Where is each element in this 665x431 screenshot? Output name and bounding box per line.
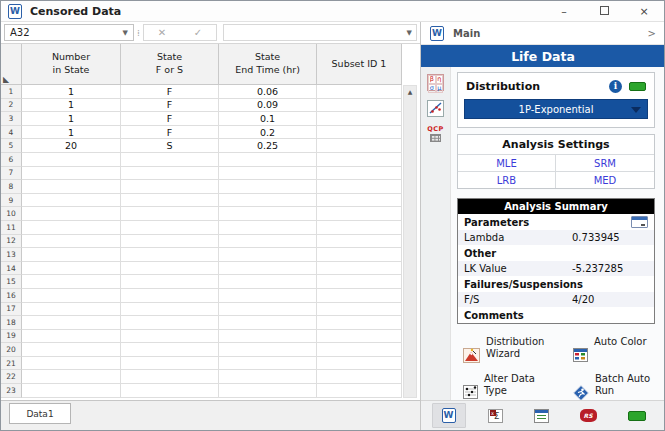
grid-cell[interactable] [22, 194, 121, 208]
grid-cell[interactable] [317, 262, 402, 276]
grid-cell[interactable] [22, 248, 121, 262]
grid-cell[interactable] [121, 316, 219, 330]
grid-cell[interactable] [121, 207, 219, 221]
grid-cell[interactable] [121, 370, 219, 384]
plot-icon[interactable] [427, 100, 444, 117]
grid-cell[interactable] [317, 153, 402, 167]
grid-cell[interactable]: F [121, 126, 219, 140]
row-header[interactable]: 18 [1, 316, 22, 330]
grid-cell[interactable] [121, 248, 219, 262]
row-header[interactable]: 19 [1, 330, 22, 344]
grid-cell[interactable] [121, 289, 219, 303]
cancel-entry-icon[interactable]: ✕ [158, 27, 166, 38]
grid-cell[interactable] [219, 303, 317, 317]
setting-med-link[interactable]: MED [556, 171, 654, 188]
grid-cell[interactable] [22, 180, 121, 194]
grid-cell[interactable] [219, 384, 317, 398]
grid-cell[interactable]: 0.09 [219, 99, 317, 113]
tab-reliasoft[interactable]: RS [571, 405, 606, 426]
grid-cell[interactable] [22, 153, 121, 167]
grid-cell[interactable] [219, 275, 317, 289]
row-header[interactable]: 23 [1, 384, 22, 398]
grid-cell[interactable] [219, 235, 317, 249]
sheet-tab-data1[interactable]: Data1 [9, 403, 71, 424]
grid-cell[interactable] [22, 357, 121, 371]
grid-cell[interactable] [219, 194, 317, 208]
grid-cell[interactable] [22, 343, 121, 357]
grid-cell[interactable]: 0.06 [219, 85, 317, 99]
show-plot-icon[interactable] [631, 216, 648, 228]
grid-cell[interactable] [317, 126, 402, 140]
grid-cell[interactable] [219, 343, 317, 357]
distribution-dropdown[interactable]: 1P-Exponential [464, 99, 648, 119]
chevron-right-icon[interactable]: > [648, 28, 656, 39]
grid-cell[interactable] [317, 180, 402, 194]
tab-status-indicator[interactable] [619, 407, 655, 425]
grid-cell[interactable] [317, 99, 402, 113]
grid-cell[interactable] [317, 330, 402, 344]
grid-cell[interactable] [219, 207, 317, 221]
grid-cell[interactable] [317, 248, 402, 262]
grid-cell[interactable]: S [121, 139, 219, 153]
grid-cell[interactable] [317, 384, 402, 398]
grid-cell[interactable] [121, 275, 219, 289]
auto-color-button[interactable]: Auto Color [573, 336, 655, 366]
grid-cell[interactable] [22, 235, 121, 249]
row-header[interactable]: 13 [1, 248, 22, 262]
grid-cell[interactable] [317, 112, 402, 126]
row-header[interactable]: 8 [1, 180, 22, 194]
formula-input[interactable]: ▼ [223, 24, 417, 41]
grid-cell[interactable]: 20 [22, 139, 121, 153]
grid-cell[interactable]: F [121, 85, 219, 99]
grid-cell[interactable] [219, 248, 317, 262]
select-all-corner[interactable]: ◣ [1, 44, 22, 85]
grid-cell[interactable] [121, 153, 219, 167]
grid-cell[interactable] [219, 262, 317, 276]
grid-cell[interactable] [317, 357, 402, 371]
grid-cell[interactable] [121, 221, 219, 235]
row-header[interactable]: 2 [1, 99, 22, 113]
tab-life-data-folio[interactable]: W [432, 403, 466, 428]
row-header[interactable]: 5 [1, 139, 22, 153]
column-header-subset-id[interactable]: Subset ID 1 [317, 44, 402, 85]
grid-cell[interactable]: 1 [22, 85, 121, 99]
scroll-up-icon[interactable]: ▲ [404, 86, 416, 98]
grid-cell[interactable] [22, 303, 121, 317]
column-header-number-in-state[interactable]: Number in State [22, 44, 121, 85]
info-icon[interactable]: i [609, 80, 622, 93]
formula-dropdown-icon[interactable]: ▼ [407, 29, 412, 37]
grid-cell[interactable] [219, 289, 317, 303]
grid-cell[interactable] [317, 167, 402, 181]
grid-cell[interactable] [121, 262, 219, 276]
column-header-state-f-or-s[interactable]: State F or S [121, 44, 219, 85]
minimize-button[interactable]: – [544, 5, 584, 18]
column-header-state-end-time[interactable]: State End Time (hr) [219, 44, 317, 85]
grid-cell[interactable] [121, 303, 219, 317]
grid-cell[interactable] [121, 194, 219, 208]
grid-cell[interactable] [22, 275, 121, 289]
grid-cell[interactable] [317, 139, 402, 153]
grid-cell[interactable] [22, 262, 121, 276]
row-header[interactable]: 22 [1, 370, 22, 384]
row-header[interactable]: 20 [1, 343, 22, 357]
grid-cell[interactable]: 1 [22, 112, 121, 126]
vertical-scrollbar[interactable]: ▲ [403, 85, 417, 398]
grid-cell[interactable] [22, 289, 121, 303]
distribution-wizard-button[interactable]: Distribution Wizard [463, 336, 573, 366]
row-header[interactable]: 16 [1, 289, 22, 303]
grid-cell[interactable] [317, 303, 402, 317]
grid-cell[interactable] [22, 384, 121, 398]
namebox-dropdown-icon[interactable]: ▼ [123, 29, 128, 37]
qcp-calculator-icon[interactable]: QCP [427, 126, 444, 142]
grid-cell[interactable] [219, 167, 317, 181]
panel-header[interactable]: W Main > [421, 22, 665, 45]
grid-cell[interactable] [317, 275, 402, 289]
tab-statistics[interactable]: Σ [479, 405, 512, 427]
grid-cell[interactable] [22, 221, 121, 235]
grid-cell[interactable]: 0.25 [219, 139, 317, 153]
grid-cell[interactable] [22, 207, 121, 221]
setting-srm-link[interactable]: SRM [556, 154, 654, 171]
row-header[interactable]: 17 [1, 303, 22, 317]
grid-cell[interactable]: 0.2 [219, 126, 317, 140]
grid-cell[interactable] [317, 221, 402, 235]
